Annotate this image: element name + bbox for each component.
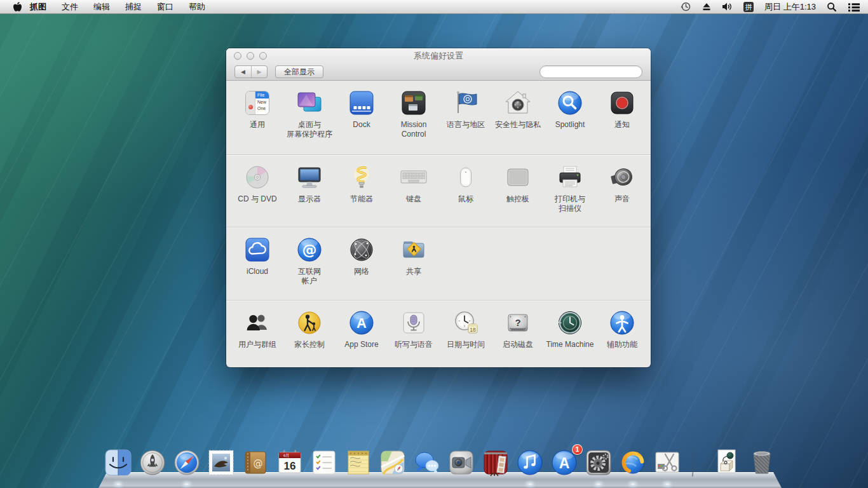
dock-photo-booth[interactable] xyxy=(480,447,511,478)
pref-item-cd-dvd[interactable]: CD 与 DVD xyxy=(231,155,283,227)
pref-item-trackpad[interactable]: 触控板 xyxy=(492,155,544,227)
dock-itunes[interactable] xyxy=(515,447,545,478)
svg-text:A: A xyxy=(356,315,367,331)
dock-trash[interactable] xyxy=(746,446,778,478)
pref-item-accessibility[interactable]: 辅助功能 xyxy=(596,301,648,367)
pref-label: 触控板 xyxy=(506,194,529,204)
dock-calendar[interactable]: 6月 16 xyxy=(275,447,305,478)
menu-item-help[interactable]: 帮助 xyxy=(189,0,205,14)
pref-label: 安全性与隐私 xyxy=(495,120,541,130)
pref-item-sharing[interactable]: 共享 xyxy=(388,227,440,300)
menu-item-capture[interactable]: 捕捉 xyxy=(125,0,142,14)
pref-item-dock[interactable]: Dock xyxy=(336,81,388,154)
pref-row-3: iCloud @ 互联网 帐户 xyxy=(226,227,651,300)
pref-label: 键盘 xyxy=(406,194,421,204)
pref-item-icloud[interactable]: iCloud xyxy=(231,227,283,300)
dock-mail[interactable] xyxy=(206,447,236,478)
svg-text:A: A xyxy=(559,455,570,471)
sound-icon xyxy=(607,162,637,193)
dock-maps[interactable] xyxy=(377,447,408,478)
time-machine-menu-icon[interactable] xyxy=(681,1,691,12)
window-title: 系统偏好设置 xyxy=(226,48,651,64)
pref-item-energy-saver[interactable]: 节能器 xyxy=(336,155,388,227)
dock-messages[interactable] xyxy=(412,447,442,478)
dock-system-preferences[interactable] xyxy=(583,447,614,478)
forward-button[interactable]: ▶ xyxy=(251,66,267,78)
icloud-icon xyxy=(242,234,273,265)
dock-reminders[interactable] xyxy=(309,447,339,478)
pref-item-desktop-screensaver[interactable]: 桌面与 屏幕保护程序 xyxy=(283,81,336,154)
pref-item-notifications[interactable]: 通知 xyxy=(596,81,648,154)
pref-item-startup-disk[interactable]: ? 启动磁盘 xyxy=(492,301,544,367)
dictation-speech-icon xyxy=(398,308,429,338)
pref-item-security-privacy[interactable]: 安全性与隐私 xyxy=(492,81,544,154)
spotlight-menu-icon[interactable] xyxy=(827,2,837,12)
dock-notes[interactable] xyxy=(343,447,374,478)
pref-item-internet-accounts[interactable]: @ 互联网 帐户 xyxy=(283,227,336,300)
pref-label: Time Machine xyxy=(546,340,594,349)
dock-finder[interactable] xyxy=(103,447,133,478)
menu-item-edit[interactable]: 编辑 xyxy=(93,0,110,14)
pref-item-dictation-speech[interactable]: 听写与语音 xyxy=(388,301,440,367)
pref-item-users-groups[interactable]: 用户与群组 xyxy=(231,301,283,367)
pref-item-parental-controls[interactable]: 家长控制 xyxy=(283,301,336,367)
desktop[interactable]: { "menu_bar": { "items": ["抓图", "文件", "编… xyxy=(0,0,868,488)
dock-installer-document[interactable] xyxy=(712,447,742,478)
pref-item-network[interactable]: 网络 xyxy=(336,227,388,300)
pref-item-sound[interactable]: 声音 xyxy=(596,155,648,227)
date-time-icon: 18 xyxy=(451,308,481,338)
menu-clock[interactable]: 周日 上午1:13 xyxy=(764,1,816,13)
back-button[interactable]: ◀ xyxy=(235,66,251,78)
pref-item-language-region[interactable]: 语言与地区 xyxy=(440,81,492,154)
pref-item-printers-scanners[interactable]: 打印机与 扫描仪 xyxy=(544,155,596,227)
pref-item-spotlight[interactable]: Spotlight xyxy=(544,81,596,154)
dock-firefox[interactable] xyxy=(618,447,648,478)
notification-center-icon[interactable] xyxy=(848,2,860,12)
menu-item-app[interactable]: 抓图 xyxy=(30,0,46,14)
dock-contacts[interactable]: @ xyxy=(240,447,271,478)
pref-item-general[interactable]: File New One 通用 xyxy=(231,81,283,154)
menu-item-file[interactable]: 文件 xyxy=(62,0,78,14)
search-input[interactable] xyxy=(546,67,645,76)
pref-item-keyboard[interactable]: 键盘 xyxy=(388,155,440,227)
pref-item-app-store[interactable]: A App Store xyxy=(336,301,388,367)
pref-item-date-time[interactable]: 18 日期与时间 xyxy=(440,301,492,367)
dock-divider xyxy=(692,449,696,477)
dock-launchpad[interactable] xyxy=(137,447,168,478)
input-method-badge[interactable]: 拼 xyxy=(743,2,754,12)
running-indicator xyxy=(630,483,636,485)
minimize-button[interactable] xyxy=(247,52,254,60)
spotlight-pref-icon xyxy=(555,88,585,118)
pref-item-mouse[interactable]: 鼠标 xyxy=(440,155,492,227)
pref-row-2: CD 与 DVD 显示器 xyxy=(226,154,651,227)
dock-grab[interactable] xyxy=(652,447,682,478)
dock-safari[interactable] xyxy=(172,447,202,478)
volume-icon[interactable] xyxy=(722,2,733,11)
pref-item-mission-control[interactable]: Mission Control xyxy=(388,81,440,154)
menu-item-window[interactable]: 窗口 xyxy=(157,0,173,14)
close-button[interactable] xyxy=(234,52,241,60)
parental-controls-icon xyxy=(294,308,325,338)
pref-item-displays[interactable]: 显示器 xyxy=(283,155,336,227)
notifications-icon xyxy=(607,88,637,118)
show-all-button[interactable]: 全部显示 xyxy=(275,65,323,78)
pref-label: 用户与群组 xyxy=(238,340,276,349)
pref-label: 辅助功能 xyxy=(607,340,637,349)
system-preferences-window: 系统偏好设置 ◀ ▶ 全部显示 File New One xyxy=(226,48,651,367)
zoom-button[interactable] xyxy=(259,52,267,60)
dock-app-store[interactable]: A 1 xyxy=(549,447,580,478)
apple-menu[interactable] xyxy=(13,1,22,13)
eject-icon[interactable] xyxy=(702,2,711,11)
pref-label: Spotlight xyxy=(555,120,585,130)
pref-label: 语言与地区 xyxy=(447,120,485,130)
pref-label: Mission Control xyxy=(401,120,427,139)
window-titlebar[interactable]: 系统偏好设置 xyxy=(226,48,651,64)
pref-item-time-machine[interactable]: Time Machine xyxy=(544,301,596,367)
dock: @ 6月 16 xyxy=(0,433,868,488)
cd-dvd-icon xyxy=(242,162,273,193)
pref-label: 节能器 xyxy=(350,194,373,204)
menu-bar: 抓图 文件 编辑 捕捉 窗口 帮助 拼 周日 上午1:13 xyxy=(0,0,868,14)
search-field[interactable] xyxy=(539,65,642,78)
dock-facetime[interactable] xyxy=(446,447,477,478)
app-store-pref-icon: A xyxy=(346,308,377,338)
